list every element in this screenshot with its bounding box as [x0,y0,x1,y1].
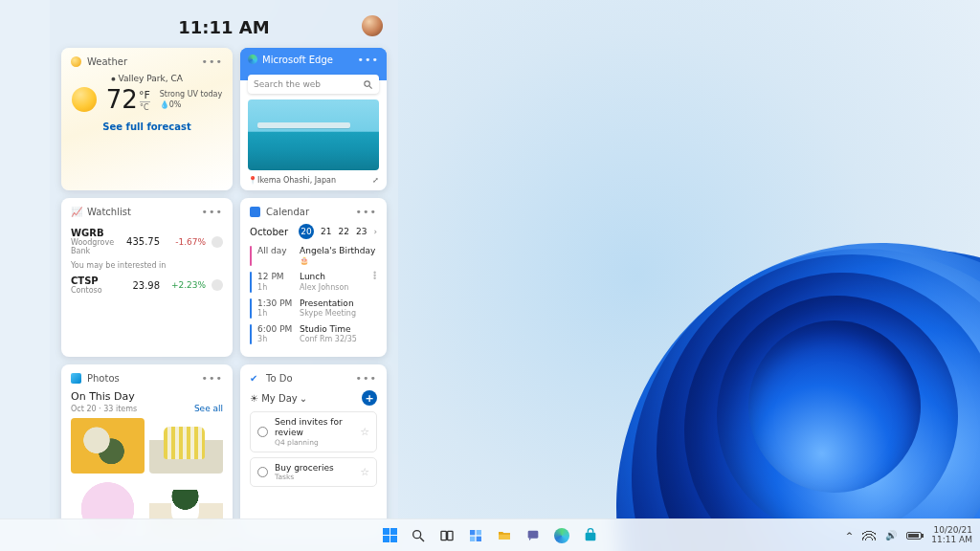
edge-button[interactable] [550,524,573,547]
photo-thumb[interactable] [149,418,223,474]
svg-rect-6 [470,530,475,535]
search-button[interactable] [407,524,430,547]
chevron-right-icon[interactable]: › [373,227,377,236]
complete-toggle[interactable] [257,467,268,477]
flyout-clock: 11:11 AM [178,17,269,37]
start-button[interactable] [378,524,401,547]
sun-icon [72,87,97,112]
todo-item[interactable]: Buy groceriesTasks ☆ [250,457,377,488]
photos-icon [71,373,81,384]
edge-icon [248,55,257,64]
event-more-icon[interactable]: ••• [372,272,377,292]
edge-image-caption: Ikema Ohashi, Japan [257,176,336,185]
expand-icon[interactable]: ⤢ [372,176,379,185]
calendar-day[interactable]: 22 [338,227,348,236]
photos-heading: On This Day [71,390,137,403]
task-view-button[interactable] [435,524,458,547]
watchlist-note: You may be interested in [71,261,223,270]
tray-overflow-icon[interactable] [846,531,854,540]
more-icon[interactable]: ••• [356,206,377,218]
svg-rect-5 [448,531,453,540]
weather-uv: Strong UV today [160,90,223,99]
svg-point-0 [365,80,370,86]
edge-search-input[interactable]: Search the web [248,75,379,94]
watchlist-row[interactable]: WGRBWoodgrove Bank 435.75 -1.67% [71,224,223,259]
calendar-event[interactable]: 6:00 PM3h Studio TimeConf Rm 32/35 [250,321,377,347]
complete-toggle[interactable] [257,427,268,437]
svg-rect-8 [470,536,475,540]
edge-search-placeholder: Search the web [254,79,321,89]
system-tray[interactable]: 10/20/21 11:11 AM [846,526,972,545]
chevron-down-icon[interactable]: ⌄ [300,393,307,404]
stocks-icon: 📈 [71,207,81,217]
calendar-day[interactable]: 21 [321,227,331,236]
calendar-month: October [250,227,288,237]
calendar-title: Calendar [266,207,349,217]
more-icon[interactable]: ••• [202,372,223,385]
svg-rect-7 [477,530,481,535]
watchlist-title: Watchlist [87,207,196,217]
svg-point-2 [413,530,421,538]
watchlist-widget[interactable]: 📈 Watchlist ••• WGRBWoodgrove Bank 435.7… [61,198,233,357]
photos-sub: Oct 20 · 33 items [71,405,137,413]
weather-precip: 💧0% [160,100,223,109]
battery-icon[interactable] [906,532,922,540]
photos-widget[interactable]: Photos ••• On This Day Oct 20 · 33 items… [61,364,233,543]
file-explorer-button[interactable] [493,524,516,547]
wifi-icon[interactable] [862,531,876,540]
calendar-day-strip[interactable]: 20212223› [299,224,377,239]
svg-rect-4 [441,531,446,540]
stock-detail-icon[interactable] [212,236,223,248]
add-task-button[interactable]: + [362,390,377,406]
taskbar: 10/20/21 11:11 AM [0,518,980,551]
windows-icon [383,528,397,542]
weather-temp: 72 °F °C [106,87,150,112]
calendar-day[interactable]: 23 [356,227,367,236]
star-icon[interactable]: ☆ [360,466,369,478]
location-pin-icon [111,74,115,83]
more-icon[interactable]: ••• [202,206,223,218]
weather-icon [71,56,81,67]
taskbar-datetime[interactable]: 10/20/21 11:11 AM [931,526,972,545]
calendar-event[interactable]: 12 PM1h LunchAlex Johnson ••• [250,269,377,295]
widgets-flyout: 11:11 AM Weather ••• Valley Park, CA 72 [50,0,398,551]
edge-image [248,99,379,170]
todo-list-label: My Day [261,393,297,404]
svg-line-1 [369,85,372,88]
svg-line-3 [420,538,424,541]
search-icon [363,79,373,90]
chat-button[interactable] [522,524,545,547]
svg-rect-10 [528,530,539,538]
widgets-button[interactable] [464,524,487,547]
weather-widget[interactable]: Weather ••• Valley Park, CA 72 °F °C [61,48,233,190]
see-all-link[interactable]: See all [194,404,223,413]
weather-title: Weather [87,56,196,67]
calendar-event[interactable]: 1:30 PM1h PresentationSkype Meeting [250,296,377,321]
calendar-widget[interactable]: Calendar ••• October 20212223› All day A… [240,198,387,357]
taskbar-center [378,524,602,547]
edge-widget[interactable]: Microsoft Edge ••• Search the web 📍 Ikem… [240,48,387,190]
todo-title: To Do [266,373,349,384]
todo-icon: ✔ [250,373,260,384]
user-avatar[interactable] [362,15,383,36]
stock-detail-icon[interactable] [212,279,223,291]
watchlist-row[interactable]: CTSPContoso 23.98 +2.23% [71,272,223,298]
todo-widget[interactable]: ✔ To Do ••• ☀ My Day ⌄ + Send invites fo… [240,364,387,543]
weather-location: Valley Park, CA [111,74,183,83]
todo-item[interactable]: Send invites for reviewQ4 planning ☆ [250,411,377,452]
svg-rect-9 [477,536,481,540]
photo-thumb[interactable] [71,418,145,474]
calendar-day-today[interactable]: 20 [299,224,314,239]
more-icon[interactable]: ••• [356,372,377,385]
more-icon[interactable]: ••• [202,55,223,68]
edge-title: Microsoft Edge [262,55,333,65]
star-icon[interactable]: ☆ [360,426,369,438]
speaker-icon[interactable] [885,530,897,540]
sun-icon: ☀ [250,393,258,404]
svg-rect-11 [586,532,596,540]
photos-title: Photos [87,373,196,384]
calendar-event[interactable]: All day Angela's Birthday🎂 [250,243,377,269]
store-button[interactable] [579,524,602,547]
see-full-forecast-link[interactable]: See full forecast [102,121,190,132]
more-icon[interactable]: ••• [358,54,379,66]
